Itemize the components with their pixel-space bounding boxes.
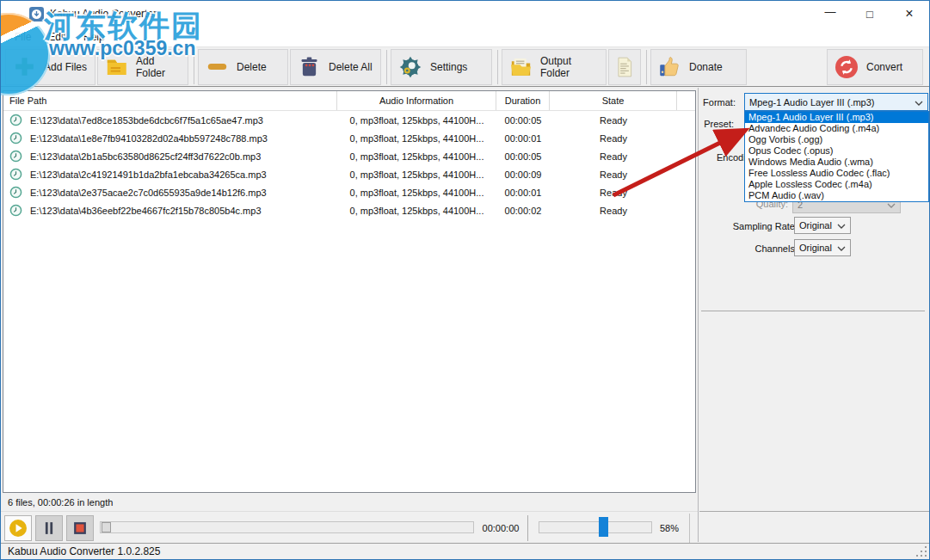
state-cell: Ready	[550, 115, 677, 126]
version-text: Kabuu Audio Converter 1.0.2.825	[8, 545, 160, 557]
dropdown-option[interactable]: Mpeg-1 Audio Layer III (.mp3)	[745, 112, 928, 123]
close-icon: ×	[905, 6, 913, 22]
seek-slider-thumb[interactable]	[102, 522, 111, 532]
donate-label: Donate	[689, 61, 723, 73]
duration-cell: 00:00:09	[496, 169, 550, 180]
format-select[interactable]: Mpeg-1 Audio Layer III (.mp3)	[744, 93, 928, 111]
duration-cell: 00:00:05	[496, 151, 550, 162]
menu-item-help[interactable]: Help	[75, 28, 114, 46]
minus-icon	[206, 55, 229, 78]
time-display: 00:00:00	[476, 523, 526, 533]
panel-separator	[701, 311, 925, 311]
output-folder-icon	[509, 55, 533, 78]
dropdown-option[interactable]: Windows Media Audio (.wma)	[745, 157, 928, 168]
app-window: Kabuu Audio Converter — □ × File Edit He…	[0, 0, 930, 560]
menu-item-file[interactable]: File	[6, 28, 40, 46]
stop-button[interactable]	[66, 515, 94, 541]
duration-cell: 00:00:02	[496, 206, 550, 216]
log-document-button[interactable]	[608, 49, 641, 85]
settings-label: Settings	[430, 61, 467, 73]
seek-slider[interactable]	[100, 521, 474, 533]
minimize-button[interactable]: —	[810, 1, 850, 27]
thumbs-up-icon	[658, 55, 681, 78]
delete-all-label: Delete All	[329, 61, 373, 73]
folder-icon	[105, 55, 128, 78]
window-controls: — □ ×	[810, 1, 929, 27]
channels-value: Original	[799, 243, 832, 253]
table-row[interactable]: E:\123\data\2e375acae2c7c0d655935a9de14b…	[3, 183, 695, 201]
convert-label: Convert	[866, 61, 902, 73]
audio-info-cell: 0, mp3float, 125kbps, 44100H...	[337, 151, 496, 162]
volume-slider-thumb[interactable]	[599, 517, 608, 537]
menubar: File Edit Help	[1, 27, 929, 46]
toolbar: Add Files Add Folder Delete Delete All S…	[1, 46, 929, 87]
format-label: Format:	[703, 97, 736, 108]
table-row[interactable]: E:\123\data\2c41921491b1da2bfa1ebcaba342…	[3, 165, 695, 183]
volume-slider[interactable]	[539, 521, 652, 533]
table-row[interactable]: E:\123\data\1e8e7fb94103282d02a4bb597248…	[3, 129, 695, 147]
table-row[interactable]: E:\123\data\4b36eebf22be4667fc2f15b78c80…	[3, 201, 695, 219]
audio-info-cell: 0, mp3float, 125kbps, 44100H...	[337, 169, 496, 180]
toolbar-separator	[646, 50, 647, 84]
table-row[interactable]: E:\123\data\2b1a5bc63580d8625cf24ff3d762…	[3, 147, 695, 165]
resize-grip[interactable]	[915, 545, 927, 557]
add-folder-button[interactable]: Add Folder	[97, 49, 188, 85]
plus-icon	[13, 55, 36, 78]
sampling-rate-value: Original	[799, 220, 832, 231]
audio-info-cell: 0, mp3float, 125kbps, 44100H...	[337, 133, 496, 144]
add-files-button[interactable]: Add Files	[5, 49, 95, 85]
format-value: Mpeg-1 Audio Layer III (.mp3)	[749, 97, 875, 108]
file-path-cell: E:\123\data\2e375acae2c7c0d655935a9de14b…	[30, 188, 267, 198]
table-row[interactable]: E:\123\data\7ed8ce1853bde6dcbc6f7f5a1c65…	[3, 111, 695, 129]
toolbar-separator	[497, 50, 498, 84]
divider	[527, 515, 528, 541]
audio-file-icon	[9, 114, 22, 126]
play-icon	[8, 518, 28, 538]
divider	[689, 514, 690, 543]
toolbar-separator	[386, 50, 387, 84]
dropdown-option[interactable]: Opus Codec (.opus)	[745, 145, 928, 157]
column-header-file-path[interactable]: File Path	[3, 91, 337, 110]
column-header-state[interactable]: State	[550, 91, 677, 110]
state-cell: Ready	[550, 206, 677, 216]
trash-icon	[298, 55, 321, 78]
dropdown-option[interactable]: PCM Audio (.wav)	[745, 190, 928, 201]
delete-button[interactable]: Delete	[198, 49, 288, 85]
audio-file-icon	[9, 132, 22, 145]
delete-all-button[interactable]: Delete All	[290, 49, 381, 85]
dropdown-option[interactable]: Ogg Vorbis (.ogg)	[745, 134, 928, 145]
chevron-down-icon	[837, 243, 846, 253]
dropdown-option[interactable]: Advandec Audio Coding (.m4a)	[745, 123, 928, 134]
menu-item-edit[interactable]: Edit	[40, 28, 75, 46]
donate-button[interactable]: Donate	[650, 49, 747, 85]
chevron-down-icon	[837, 220, 846, 231]
settings-button[interactable]: Settings	[391, 49, 492, 85]
play-button[interactable]	[4, 515, 32, 541]
window-title: Kabuu Audio Converter	[50, 8, 157, 20]
file-path-cell: E:\123\data\1e8e7fb94103282d02a4bb597248…	[30, 133, 268, 144]
volume-percent: 58%	[660, 523, 679, 533]
statusbar: Kabuu Audio Converter 1.0.2.825	[1, 543, 929, 559]
audio-info-cell: 0, mp3float, 125kbps, 44100H...	[337, 188, 496, 198]
duration-cell: 00:00:05	[496, 115, 550, 126]
table-header: File Path Audio Information Duration Sta…	[3, 91, 695, 111]
channels-select[interactable]: Original	[794, 239, 851, 256]
sampling-rate-select[interactable]: Original	[794, 217, 851, 234]
close-button[interactable]: ×	[890, 1, 929, 27]
preset-label: Preset:	[704, 119, 734, 129]
add-folder-label: Add Folder	[136, 55, 181, 79]
output-folder-button[interactable]: Output Folder	[502, 49, 607, 85]
column-header-duration[interactable]: Duration	[496, 91, 550, 110]
duration-cell: 00:00:01	[496, 133, 550, 144]
file-path-cell: E:\123\data\7ed8ce1853bde6dcbc6f7f5a1c65…	[30, 115, 263, 126]
column-header-audio-information[interactable]: Audio Information	[337, 91, 496, 110]
dropdown-option[interactable]: Free Lossless Audio Codec (.flac)	[745, 168, 928, 179]
maximize-button[interactable]: □	[850, 1, 890, 27]
dropdown-option[interactable]: Apple Lossless Codec (.m4a)	[745, 179, 928, 190]
pause-button[interactable]	[35, 515, 63, 541]
file-table: File Path Audio Information Duration Sta…	[3, 90, 696, 493]
convert-button[interactable]: Convert	[827, 49, 923, 85]
audio-file-icon	[9, 204, 22, 217]
audio-info-cell: 0, mp3float, 125kbps, 44100H...	[337, 115, 496, 126]
audio-file-icon	[9, 168, 22, 181]
